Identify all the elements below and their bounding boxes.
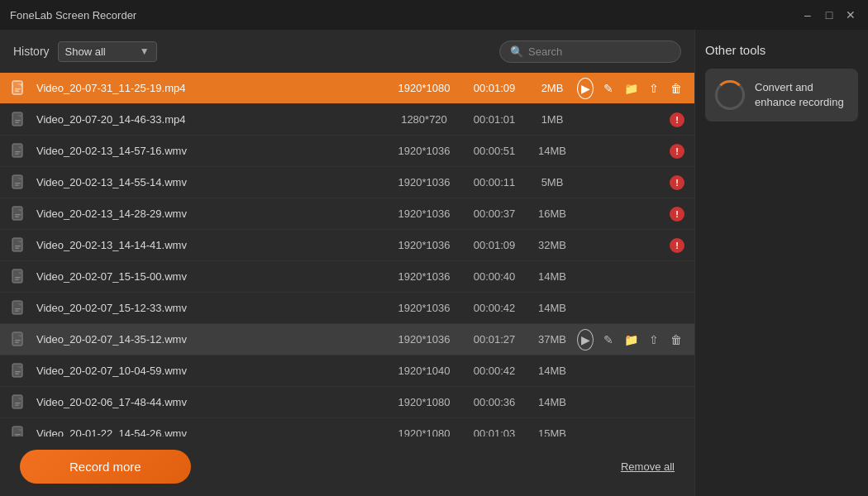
share-button[interactable]: ⇧	[646, 78, 662, 99]
table-row[interactable]: Video_20-02-13_14-14-41.wmv1920*103600:0…	[0, 230, 694, 261]
svg-rect-2	[15, 88, 21, 89]
table-row[interactable]: Video_20-02-07_14-35-12.wmv1920*103600:0…	[0, 324, 694, 355]
svg-rect-7	[15, 122, 19, 122]
filename: Video_20-02-07_15-12-33.wmv	[36, 302, 387, 314]
sidebar: Other tools Convert and enhance recordin…	[694, 30, 868, 496]
table-row[interactable]: Video_20-07-20_14-46-33.mp41280*72000:01…	[0, 104, 694, 136]
convert-enhance-tool[interactable]: Convert and enhance recording	[705, 69, 858, 122]
file-icon	[10, 236, 28, 255]
file-size: 14MB	[527, 396, 577, 408]
share-button[interactable]: ⇧	[646, 329, 662, 351]
svg-rect-31	[15, 310, 19, 311]
file-icon	[10, 79, 28, 98]
table-row[interactable]: Video_20-02-06_17-48-44.wmv1920*108000:0…	[0, 387, 694, 418]
resolution: 1920*1036	[387, 207, 461, 220]
dropdown-value: Show all	[65, 45, 106, 58]
maximize-button[interactable]: □	[822, 7, 837, 22]
svg-rect-22	[15, 246, 21, 246]
minimize-button[interactable]: –	[800, 7, 815, 22]
main-container: History Show all ▼ 🔍 Video_20-07-31_11-2…	[0, 30, 868, 496]
duration: 00:00:42	[461, 365, 527, 377]
table-row[interactable]: Video_20-02-13_14-28-29.wmv1920*103600:0…	[0, 198, 694, 230]
file-icon	[10, 174, 28, 192]
resolution: 1920*1036	[387, 145, 461, 157]
error-badge: !	[670, 238, 684, 253]
row-actions: ▶✎📁⇧🗑	[577, 329, 684, 351]
svg-rect-44	[12, 427, 22, 437]
svg-rect-3	[15, 90, 19, 91]
duration: 00:01:27	[461, 333, 527, 346]
svg-rect-23	[15, 247, 19, 248]
remove-all-button[interactable]: Remove all	[621, 460, 675, 473]
svg-rect-30	[15, 308, 21, 309]
content-area: History Show all ▼ 🔍 Video_20-07-31_11-2…	[0, 30, 694, 496]
filename: Video_20-02-07_15-15-00.wmv	[36, 270, 387, 283]
filter-dropdown[interactable]: Show all ▼	[58, 41, 157, 62]
filename: Video_20-02-06_17-48-44.wmv	[36, 396, 387, 408]
svg-rect-15	[15, 184, 19, 185]
table-row[interactable]: Video_20-07-31_11-25-19.mp41920*108000:0…	[0, 73, 694, 104]
recordings-list: Video_20-07-31_11-25-19.mp41920*108000:0…	[0, 73, 694, 436]
table-row[interactable]: Video_20-02-07_15-15-00.wmv1920*103600:0…	[0, 261, 694, 293]
error-badge: !	[670, 144, 684, 159]
edit-button[interactable]: ✎	[600, 78, 617, 99]
duration: 00:01:09	[461, 82, 527, 94]
resolution: 1920*1040	[387, 365, 461, 377]
table-row[interactable]: Video_20-02-07_10-04-59.wmv1920*104000:0…	[0, 355, 694, 387]
file-icon	[10, 268, 28, 286]
search-input[interactable]	[528, 45, 670, 58]
duration: 00:01:01	[461, 113, 527, 126]
folder-button[interactable]: 📁	[623, 329, 640, 351]
delete-button[interactable]: 🗑	[669, 329, 685, 351]
edit-button[interactable]: ✎	[600, 329, 617, 351]
error-badge: !	[670, 112, 684, 127]
error-badge: !	[670, 207, 684, 222]
play-button[interactable]: ▶	[577, 78, 594, 99]
svg-rect-11	[15, 153, 19, 154]
window-controls: – □ ✕	[800, 7, 858, 22]
delete-button[interactable]: 🗑	[669, 78, 685, 99]
svg-rect-8	[12, 144, 22, 157]
chevron-down-icon: ▼	[140, 45, 150, 57]
svg-rect-24	[12, 269, 22, 283]
duration: 00:00:37	[461, 207, 527, 220]
titlebar: FoneLab Screen Recorder – □ ✕	[0, 0, 868, 30]
resolution: 1920*1036	[387, 176, 461, 188]
table-row[interactable]: Video_20-02-13_14-55-14.wmv1920*103600:0…	[0, 167, 694, 198]
file-icon	[10, 111, 28, 129]
resolution: 1280*720	[387, 113, 461, 126]
close-button[interactable]: ✕	[843, 7, 858, 22]
history-label: History	[13, 45, 50, 58]
filename: Video_20-01-22_14-54-26.wmv	[36, 427, 387, 436]
convert-icon	[715, 80, 745, 110]
svg-rect-28	[12, 301, 22, 314]
table-row[interactable]: Video_20-02-13_14-57-16.wmv1920*103600:0…	[0, 136, 694, 167]
svg-rect-16	[12, 207, 22, 220]
file-icon	[10, 142, 28, 160]
svg-rect-20	[12, 238, 22, 251]
svg-rect-0	[12, 81, 22, 94]
other-tools-title: Other tools	[705, 43, 858, 57]
duration: 00:00:11	[461, 176, 527, 188]
record-more-button[interactable]: Record more	[20, 450, 191, 484]
row-actions: !	[577, 112, 684, 127]
filename: Video_20-02-07_10-04-59.wmv	[36, 365, 387, 377]
footer: Record more Remove all	[0, 436, 694, 496]
search-box: 🔍	[499, 41, 681, 63]
filename: Video_20-07-20_14-46-33.mp4	[36, 113, 387, 126]
file-size: 16MB	[527, 207, 577, 220]
folder-button[interactable]: 📁	[623, 78, 640, 99]
play-button[interactable]: ▶	[577, 329, 594, 351]
file-icon	[10, 331, 28, 349]
filename: Video_20-02-13_14-55-14.wmv	[36, 176, 387, 188]
table-row[interactable]: Video_20-02-07_15-12-33.wmv1920*103600:0…	[0, 293, 694, 324]
filename: Video_20-02-13_14-28-29.wmv	[36, 207, 387, 220]
resolution: 1920*1036	[387, 333, 461, 346]
svg-rect-38	[15, 371, 21, 372]
svg-rect-43	[15, 404, 19, 405]
file-icon	[10, 362, 28, 380]
file-size: 15MB	[527, 427, 577, 436]
table-row[interactable]: Video_20-01-22_14-54-26.wmv1920*108000:0…	[0, 418, 694, 436]
file-icon	[10, 393, 28, 412]
duration: 00:00:51	[461, 145, 527, 157]
